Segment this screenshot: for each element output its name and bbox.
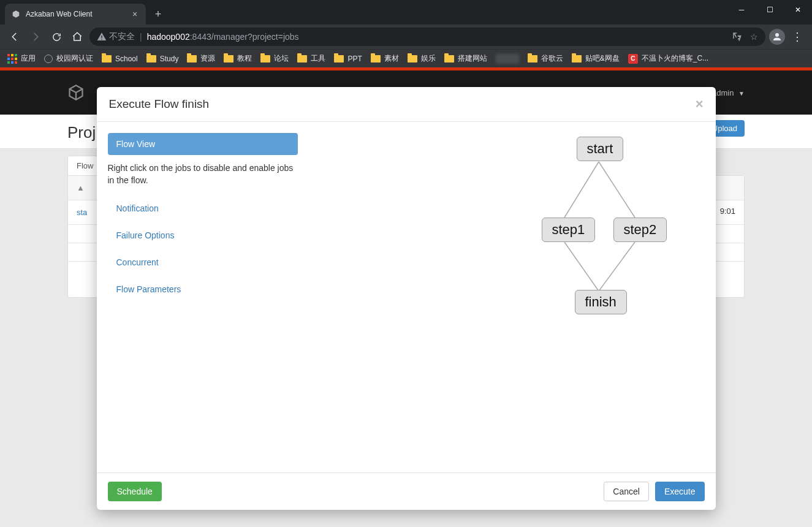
modal-overlay: Execute Flow finish × Flow View Right cl… <box>0 67 812 527</box>
home-button[interactable] <box>69 28 86 45</box>
maximize-icon[interactable]: ☐ <box>756 0 784 20</box>
folder-icon <box>187 55 197 63</box>
bookmark-item[interactable]: 教程 <box>224 53 252 64</box>
folder-icon <box>528 55 537 63</box>
back-button[interactable] <box>6 28 23 45</box>
bookmark-label: 应用 <box>21 53 36 64</box>
close-window-icon[interactable]: ✕ <box>784 0 812 20</box>
bookmark-item[interactable]: 论坛 <box>260 53 289 64</box>
bookmark-item[interactable]: 素材 <box>371 53 399 64</box>
tab-favicon-icon <box>11 9 21 19</box>
folder-icon <box>146 55 156 63</box>
sidebar-item-notification[interactable]: Notification <box>108 197 298 219</box>
folder-icon <box>297 55 307 63</box>
bookmark-item[interactable]: 谷歌云 <box>528 53 563 64</box>
bookmark-item[interactable]: 资源 <box>187 53 215 64</box>
apps-icon <box>7 54 17 64</box>
browser-chrome: Azkaban Web Client × + ─ ☐ ✕ 不安全 | <box>0 0 812 67</box>
button-label: Cancel <box>613 487 640 496</box>
star-icon[interactable]: ☆ <box>750 32 758 42</box>
bookmark-item[interactable]: School <box>102 55 138 63</box>
insecure-label: 不安全 <box>109 31 135 42</box>
node-label: step1 <box>552 222 585 237</box>
execute-flow-modal: Execute Flow finish × Flow View Right cl… <box>97 87 716 510</box>
button-label: Schedule <box>117 487 153 496</box>
bookmark-item[interactable] <box>496 54 519 64</box>
node-step2[interactable]: step2 <box>613 218 667 242</box>
insecure-warning: 不安全 <box>97 31 135 42</box>
reload-button[interactable] <box>48 28 65 45</box>
tab-close-icon[interactable]: × <box>130 9 140 19</box>
translate-icon[interactable] <box>732 31 743 42</box>
folder-icon <box>102 55 112 63</box>
modal-sidebar: Flow View Right click on the jobs to dis… <box>108 133 298 461</box>
graph-edges <box>298 133 702 452</box>
sidebar-item-flow-parameters[interactable]: Flow Parameters <box>108 278 298 300</box>
url-host: hadoop002 <box>147 32 190 42</box>
node-step1[interactable]: step1 <box>542 218 596 242</box>
bookmark-item[interactable]: C不温卜火的博客_C... <box>628 53 708 64</box>
bookmark-label: 娱乐 <box>421 53 436 64</box>
sidebar-item-concurrent[interactable]: Concurrent <box>108 251 298 273</box>
bookmark-item[interactable]: 搭建网站 <box>444 53 487 64</box>
url-path: :8443/manager?project=jobs <box>190 32 299 42</box>
blurred-icon <box>496 54 519 64</box>
cancel-button[interactable]: Cancel <box>604 482 649 501</box>
folder-icon <box>572 55 582 63</box>
flow-view-hint: Right click on the jobs to disable and e… <box>108 162 298 186</box>
minimize-icon[interactable]: ─ <box>727 0 756 20</box>
sidebar-item-label: Flow Parameters <box>116 284 181 294</box>
modal-close-icon[interactable]: × <box>696 96 704 112</box>
new-tab-button[interactable]: + <box>150 6 167 23</box>
forward-button[interactable] <box>27 28 44 45</box>
execute-button[interactable]: Execute <box>655 482 705 501</box>
flow-graph[interactable]: start step1 step2 finish <box>298 133 705 461</box>
bookmark-label: 资源 <box>200 53 215 64</box>
bookmark-label: 搭建网站 <box>458 53 487 64</box>
bookmark-label: 素材 <box>384 53 399 64</box>
bookmark-label: 教程 <box>237 53 252 64</box>
window-controls: ─ ☐ ✕ <box>727 0 812 20</box>
bookmark-item[interactable]: Study <box>146 55 179 63</box>
schedule-button[interactable]: Schedule <box>108 482 162 501</box>
bookmark-label: 论坛 <box>274 53 289 64</box>
sidebar-item-label: Concurrent <box>116 257 159 267</box>
bookmark-apps[interactable]: 应用 <box>7 53 36 64</box>
address-bar[interactable]: 不安全 | hadoop002:8443/manager?project=job… <box>89 28 765 46</box>
folder-icon <box>408 55 417 63</box>
bookmark-item[interactable]: PPT <box>334 55 362 63</box>
modal-title: Execute Flow finish <box>109 97 210 111</box>
globe-icon <box>44 55 53 63</box>
node-label: start <box>587 141 613 156</box>
button-label: Execute <box>664 487 696 496</box>
bookmark-item[interactable]: 贴吧&网盘 <box>572 53 620 64</box>
folder-icon <box>334 55 344 63</box>
folder-icon <box>224 55 233 63</box>
titlebar: Azkaban Web Client × + ─ ☐ ✕ <box>0 0 812 25</box>
folder-icon <box>371 55 381 63</box>
site-icon: C <box>628 54 638 64</box>
bookmark-label: 工具 <box>311 53 325 64</box>
sidebar-item-failure-options[interactable]: Failure Options <box>108 224 298 246</box>
profile-avatar[interactable] <box>769 29 785 45</box>
node-finish[interactable]: finish <box>575 290 627 314</box>
bookmark-label: PPT <box>347 55 362 63</box>
tab-title: Azkaban Web Client <box>26 10 93 18</box>
node-label: finish <box>585 294 617 309</box>
chrome-menu-icon[interactable]: ⋮ <box>789 30 806 44</box>
bookmark-item[interactable]: 校园网认证 <box>44 53 93 64</box>
folder-icon <box>444 55 454 63</box>
node-start[interactable]: start <box>577 137 624 161</box>
modal-footer: Schedule Cancel Execute <box>97 472 716 510</box>
bookmark-item[interactable]: 工具 <box>297 53 325 64</box>
url-text: hadoop002:8443/manager?project=jobs <box>147 32 299 42</box>
sidebar-item-flow-view[interactable]: Flow View <box>108 133 298 155</box>
sidebar-item-label: Flow View <box>116 139 156 149</box>
modal-body: Flow View Right click on the jobs to dis… <box>97 122 716 472</box>
bookmark-label: 不温卜火的博客_C... <box>642 53 708 64</box>
sidebar-item-label: Notification <box>116 203 159 213</box>
browser-toolbar: 不安全 | hadoop002:8443/manager?project=job… <box>0 25 812 49</box>
url-separator: | <box>140 32 142 42</box>
bookmark-item[interactable]: 娱乐 <box>408 53 436 64</box>
browser-tab[interactable]: Azkaban Web Client × <box>5 4 146 25</box>
